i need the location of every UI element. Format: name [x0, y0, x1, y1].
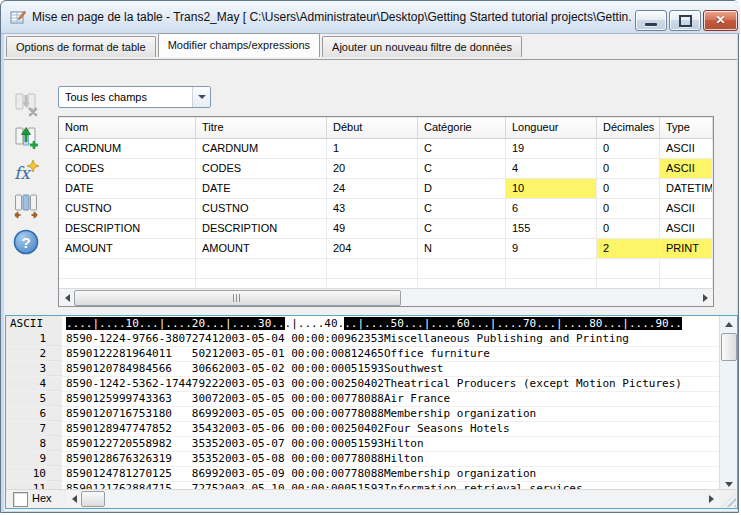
- grid-cell[interactable]: ASCII: [660, 219, 713, 239]
- record-row: 18590-1224-9766-380727412003-05-04 00:00…: [6, 332, 737, 347]
- grid-cell[interactable]: 9: [506, 239, 597, 259]
- arrow-right-icon: [709, 495, 714, 503]
- ruler-segment[interactable]: ..|....50...|....60...|....70...|....80.…: [344, 317, 682, 330]
- resize-grip[interactable]: [722, 493, 736, 507]
- grid-cell[interactable]: C: [418, 139, 506, 159]
- add-field-icon: [13, 125, 39, 151]
- grid-cell[interactable]: AMOUNT: [196, 239, 327, 259]
- title-bar[interactable]: Mise en page de la table - Trans2_May [ …: [1, 1, 740, 34]
- move-field-button[interactable]: [11, 191, 41, 221]
- record-text[interactable]: 8590122281964011 50212003-05-01 00:00:00…: [66, 347, 490, 361]
- grid-cell[interactable]: DATE: [59, 179, 196, 199]
- line-number: 2: [6, 347, 46, 361]
- record-text[interactable]: 8590120716753180 86992003-05-05 00:00:00…: [66, 407, 536, 421]
- chevron-down-icon: [198, 95, 206, 99]
- minimize-button[interactable]: [635, 10, 667, 31]
- field-filter-select[interactable]: Tous les champs: [58, 86, 211, 108]
- tab-1[interactable]: Options de format de table: [6, 36, 156, 57]
- grid-cell[interactable]: 24: [327, 179, 418, 199]
- grid-cell[interactable]: 19: [506, 139, 597, 159]
- grid-cell[interactable]: CUSTNO: [196, 199, 327, 219]
- grid-cell[interactable]: CARDNUM: [196, 139, 327, 159]
- grid-cell[interactable]: 10: [506, 179, 597, 199]
- grid-cell[interactable]: 2: [597, 239, 660, 259]
- grid-cell[interactable]: 6: [506, 199, 597, 219]
- scroll-left-button[interactable]: [59, 289, 75, 306]
- grid-cell[interactable]: CODES: [196, 159, 327, 179]
- grid-cell[interactable]: C: [418, 199, 506, 219]
- grid-cell[interactable]: 20: [327, 159, 418, 179]
- grid-cell[interactable]: 0: [597, 199, 660, 219]
- grid-cell[interactable]: 43: [327, 199, 418, 219]
- grid-cell: [196, 259, 327, 279]
- grid-cell[interactable]: D: [418, 179, 506, 199]
- record-text[interactable]: 8590-1224-9766-380727412003-05-04 00:00:…: [66, 332, 629, 346]
- gutter-pad: [46, 422, 62, 436]
- grid-column-header: Titre: [196, 117, 327, 138]
- window-title: Mise en page de la table - Trans2_May [ …: [32, 10, 632, 24]
- grid-cell[interactable]: ASCII: [660, 139, 713, 159]
- restore-button[interactable]: [669, 10, 701, 31]
- grid-cell[interactable]: 49: [327, 219, 418, 239]
- grid-cell[interactable]: ASCII: [660, 199, 713, 219]
- line-number: 10: [6, 467, 46, 481]
- grid-cell[interactable]: CODES: [59, 159, 196, 179]
- grid-cell[interactable]: CUSTNO: [59, 199, 196, 219]
- tab-3[interactable]: Ajouter un nouveau filtre de données: [322, 36, 522, 57]
- grid-cell[interactable]: C: [418, 219, 506, 239]
- grid-hscrollbar[interactable]: [59, 288, 713, 306]
- scroll-up-button[interactable]: [720, 316, 737, 332]
- preview-vscrollbar[interactable]: [719, 316, 737, 492]
- grid-cell: [418, 259, 506, 279]
- grid-cell[interactable]: 0: [597, 159, 660, 179]
- scroll-thumb[interactable]: [74, 290, 401, 306]
- hex-checkbox[interactable]: [13, 492, 28, 507]
- scroll-right-button[interactable]: [697, 289, 713, 306]
- edit-expression-button[interactable]: fx: [11, 157, 41, 187]
- grid-cell[interactable]: 155: [506, 219, 597, 239]
- scroll-right-button[interactable]: [703, 490, 719, 507]
- ruler-segment[interactable]: .|....40.: [285, 317, 345, 330]
- scroll-left-button[interactable]: [66, 490, 82, 507]
- record-text[interactable]: 8590124781270125 86992003-05-09 00:00:00…: [66, 467, 536, 481]
- dropdown-button[interactable]: [192, 87, 210, 107]
- record-text[interactable]: 8590120784984566 30662003-05-02 00:00:00…: [66, 362, 444, 376]
- close-icon: ✕: [715, 12, 725, 29]
- preview-hscrollbar[interactable]: [66, 490, 719, 507]
- grid-cell[interactable]: 1: [327, 139, 418, 159]
- line-number: 4: [6, 377, 46, 391]
- record-text[interactable]: 8590122720558982 35352003-05-07 00:00:00…: [66, 437, 424, 451]
- ruler-segment[interactable]: ....|....10...|....20...|....30..: [66, 317, 285, 330]
- grid-cell[interactable]: 4: [506, 159, 597, 179]
- grid-cell[interactable]: CARDNUM: [59, 139, 196, 159]
- line-number: 3: [6, 362, 46, 376]
- delete-field-button[interactable]: [11, 89, 41, 119]
- grid-cell[interactable]: PRINT: [660, 239, 713, 259]
- grid-cell[interactable]: AMOUNT: [59, 239, 196, 259]
- record-text[interactable]: 8590125999743363 30072003-05-05 00:00:00…: [66, 392, 450, 406]
- grid-cell[interactable]: DATETIME: [660, 179, 713, 199]
- grid-cell[interactable]: 0: [597, 139, 660, 159]
- record-text[interactable]: 8590128676326319 35352003-05-08 00:00:00…: [66, 452, 424, 466]
- grid-cell[interactable]: N: [418, 239, 506, 259]
- grid-cell[interactable]: 0: [597, 219, 660, 239]
- vscroll-thumb[interactable]: [721, 333, 737, 361]
- record-text[interactable]: 8590128947747852 35432003-05-06 00:00:00…: [66, 422, 510, 436]
- grid-cell[interactable]: 0: [597, 179, 660, 199]
- record-text[interactable]: 8590-1242-5362-174479222003-05-03 00:00:…: [66, 377, 682, 391]
- grid-cell[interactable]: 204: [327, 239, 418, 259]
- grid-cell[interactable]: DESCRIPTION: [196, 219, 327, 239]
- gutter-header: ASCII: [6, 316, 62, 332]
- grid-cell[interactable]: DESCRIPTION: [59, 219, 196, 239]
- tab-2[interactable]: Modifier champs/expressions: [158, 33, 320, 57]
- fields-grid: NomTitreDébutCatégorieLongueurDécimalesT…: [58, 116, 714, 307]
- help-button[interactable]: ?: [11, 227, 41, 257]
- close-button[interactable]: ✕: [703, 10, 738, 31]
- add-field-button[interactable]: [11, 123, 41, 153]
- ruler[interactable]: ....|....10...|....20...|....30...|....4…: [66, 316, 737, 332]
- preview-scroll-thumb[interactable]: [81, 491, 105, 507]
- grid-column-header: Nom: [59, 117, 196, 138]
- grid-cell[interactable]: C: [418, 159, 506, 179]
- grid-cell[interactable]: DATE: [196, 179, 327, 199]
- grid-cell[interactable]: ASCII: [660, 159, 713, 179]
